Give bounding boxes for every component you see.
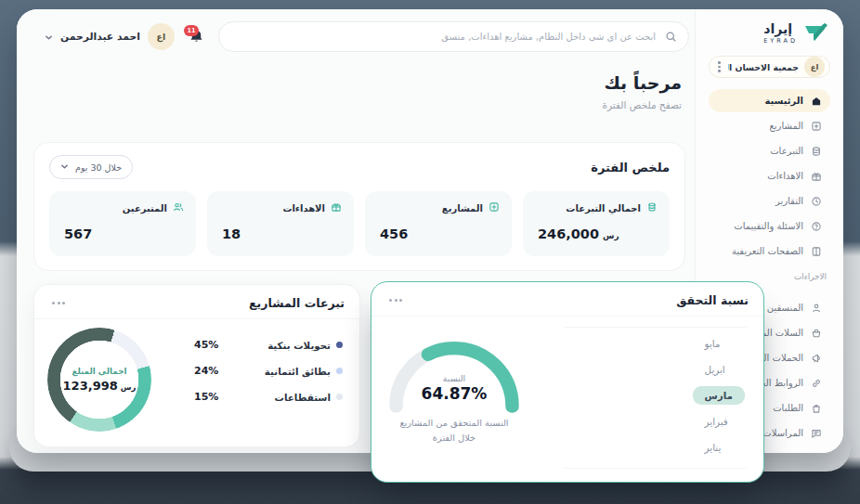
legend-dot — [336, 342, 343, 348]
campaigns-icon — [811, 353, 822, 364]
organization-avatar: اع — [804, 57, 825, 77]
box-icon — [489, 201, 500, 214]
sidebar-item-gifts[interactable]: الاهداءات — [709, 164, 830, 187]
sidebar-item-label: المنسقين — [767, 303, 803, 313]
sidebar-item-pages[interactable]: الصفحات التعريفية — [709, 239, 830, 263]
sidebar-item-label: التقارير — [775, 196, 803, 206]
project-donations-card: تبرعات المشاريع اجمالي المبلغ 123,998 رس… — [33, 284, 360, 447]
user-avatar: اع — [148, 23, 175, 50]
stat-value: 246,000 رس — [535, 226, 658, 241]
messages-icon — [811, 428, 822, 439]
donut-legend: تحويلات بنكية 45% بطائق ائتمانية 24% است… — [194, 339, 343, 403]
chevron-down-icon — [45, 28, 53, 45]
more-menu-icon[interactable] — [49, 299, 68, 307]
questions-icon — [811, 221, 822, 232]
sidebar-item-label: الاسئلة والتقييمات — [734, 221, 803, 231]
legend-item: استقطاعات 15% — [194, 391, 343, 403]
home-icon — [811, 96, 822, 107]
notifications-badge: 11 — [184, 25, 199, 36]
donut-center-value: 123,998 رس — [63, 379, 137, 393]
topbar: 11 اع احمد عبدالرحمن — [17, 9, 695, 63]
divider — [565, 327, 747, 328]
app-logo: إيراد EYRAD — [709, 22, 830, 45]
legend-value: 15% — [194, 391, 218, 403]
page-subtitle: تصفح ملخص الفترة — [603, 99, 682, 110]
month-option-march[interactable]: مارس — [693, 386, 745, 405]
gauge-description: النسبة المتحقق من المشاريع خلال الفترة — [384, 416, 524, 446]
user-menu[interactable]: اع احمد عبدالرحمن — [45, 23, 175, 50]
stat-label: الاهداءات — [282, 203, 325, 213]
sidebar-item-projects[interactable]: المشاريع — [709, 114, 830, 137]
kebab-menu-icon[interactable] — [716, 59, 723, 74]
legend-item: تحويلات بنكية 45% — [194, 339, 343, 351]
sidebar-item-label: الصفحات التعريفية — [732, 246, 803, 256]
gift-icon — [331, 201, 342, 214]
projects-icon — [811, 121, 822, 132]
reports-icon — [811, 196, 822, 207]
stat-value: 456 — [377, 226, 500, 241]
month-option-may[interactable]: مايو — [693, 334, 733, 353]
search-icon — [665, 31, 677, 43]
period-summary-card: ملخص الفترة خلال 30 يوم اجمالي التبرعات … — [33, 142, 685, 271]
page-title: مرحباً بك — [603, 72, 682, 93]
global-search[interactable] — [218, 21, 689, 52]
legend-dot — [336, 394, 343, 400]
sidebar-item-label: المشاريع — [769, 121, 803, 131]
legend-value: 24% — [194, 365, 218, 377]
summary-card-title: ملخص الفترة — [591, 161, 670, 174]
month-option-april[interactable]: ابريل — [693, 360, 737, 379]
gauge-label: النسبة — [384, 373, 524, 383]
gauge-card-title: نسبة التحقق — [676, 293, 749, 307]
month-option-january[interactable]: يناير — [693, 438, 734, 457]
notifications-button[interactable]: 11 — [189, 29, 204, 45]
sidebar-item-label: الرئيسية — [764, 96, 803, 106]
stat-tile-projects: المشاريع 456 — [365, 191, 512, 256]
stat-value: 18 — [219, 226, 342, 241]
donut-card-title: تبرعات المشاريع — [249, 296, 345, 310]
stat-tile-total-donations: اجمالي التبرعات 246,000 رس — [523, 191, 670, 256]
month-filter-list: مايو ابريل مارس فبراير يناير — [693, 334, 745, 457]
month-option-february[interactable]: فبراير — [693, 412, 740, 431]
organization-switcher[interactable]: اع جمعية الاحسان الخيرية — [709, 56, 830, 78]
legend-value: 45% — [194, 339, 218, 351]
sidebar-section-actions: الاجراءات — [712, 272, 827, 281]
more-menu-icon[interactable] — [386, 296, 405, 304]
abandoned-carts-icon — [811, 328, 822, 339]
legend-dot — [336, 368, 343, 374]
sidebar-item-questions[interactable]: الاسئلة والتقييمات — [709, 214, 830, 238]
sidebar-item-label: المراسلات — [762, 428, 803, 438]
sidebar-item-home[interactable]: الرئيسية — [709, 89, 830, 112]
chevron-down-icon — [60, 162, 69, 173]
stat-label: المشاريع — [442, 203, 483, 213]
gifts-icon — [811, 171, 822, 182]
stat-label: اجمالي التبرعات — [566, 203, 641, 213]
brand-name-en: EYRAD — [763, 37, 798, 45]
gauge-value: 64.87% — [384, 384, 524, 403]
sidebar-item-label: الاهداءات — [767, 171, 803, 181]
pages-icon — [811, 246, 822, 257]
divider — [565, 468, 747, 469]
verification-rate-card: نسبة التحقق النسبة 64.87% النسبة المتحقق… — [371, 281, 764, 483]
brand-logo-icon — [804, 22, 828, 45]
donations-icon — [811, 146, 822, 157]
currency-label: رس — [121, 382, 137, 392]
orders-icon — [811, 403, 822, 414]
stat-tile-donors: المتبرعين 567 — [49, 191, 196, 256]
stat-label: المتبرعين — [123, 203, 167, 213]
donut-center: اجمالي المبلغ 123,998 رس — [47, 328, 151, 432]
sidebar-item-reports[interactable]: التقارير — [709, 189, 830, 213]
sidebar-item-label: التبرعات — [770, 146, 803, 156]
links-icon — [811, 378, 822, 389]
period-select-label: خلال 30 يوم — [75, 162, 122, 173]
legend-item: بطائق ائتمانية 24% — [194, 365, 343, 377]
donut-center-label: اجمالي المبلغ — [72, 367, 126, 376]
sidebar-item-donations[interactable]: التبرعات — [709, 139, 830, 162]
currency-label: رس — [603, 231, 619, 240]
period-select-button[interactable]: خلال 30 يوم — [49, 155, 133, 179]
welcome-block: مرحباً بك تصفح ملخص الفترة — [603, 72, 682, 110]
search-input[interactable] — [230, 31, 658, 43]
coordinators-icon — [811, 303, 822, 314]
desktop-backdrop: إيراد EYRAD اع جمعية الاحسان الخيرية الر… — [0, 0, 860, 504]
stat-tiles: اجمالي التبرعات 246,000 رس المشاريع 456 — [49, 191, 670, 256]
sidebar-nav-main: الرئيسية المشاريع التبرعات الاهداءات الت… — [709, 89, 830, 263]
